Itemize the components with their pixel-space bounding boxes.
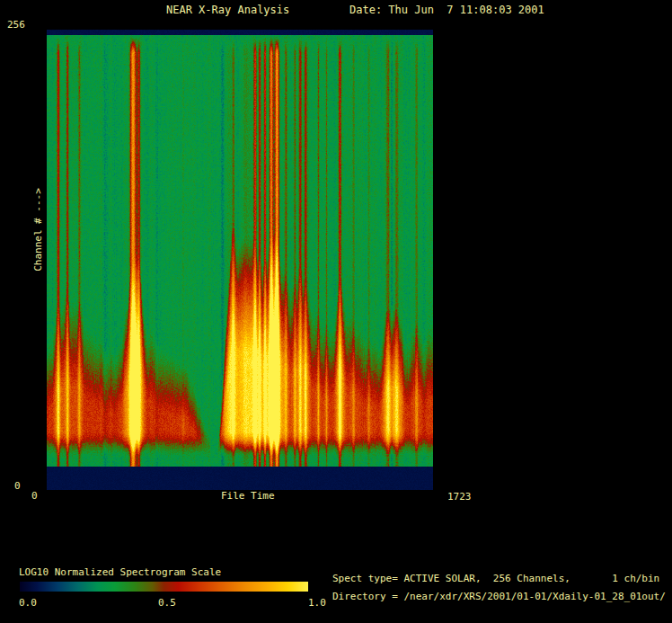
colorbar-label: LOG10 Normalized Spectrogram Scale — [19, 566, 221, 578]
directory-line: Directory = /near/xdr/XRS/2001/01-01/Xda… — [332, 591, 666, 602]
near-xray-analysis-screen: { "header": { "title": "NEAR X-Ray Analy… — [0, 0, 672, 623]
y-axis-title: Channel # ---> — [32, 176, 44, 284]
x-axis-min-label: 0 — [31, 490, 38, 502]
x-axis-max-label: 1723 — [447, 491, 472, 503]
colorbar-gradient — [20, 582, 308, 592]
colorbar-tick-mid: 0.5 — [158, 597, 176, 609]
y-axis-min-label: 0 — [14, 480, 21, 492]
spect-type-line: Spect type= ACTIVE SOLAR, 256 Channels, … — [332, 573, 659, 584]
header-date: Date: Thu Jun 7 11:08:03 2001 — [349, 4, 544, 16]
colorbar-tick-min: 0.0 — [19, 597, 37, 609]
window-title: NEAR X-Ray Analysis — [166, 4, 289, 16]
colorbar-tick-max: 1.0 — [308, 597, 326, 609]
x-axis-title: File Time — [221, 490, 275, 502]
y-axis-max-label: 256 — [7, 19, 25, 31]
spectrogram-canvas — [47, 30, 433, 490]
